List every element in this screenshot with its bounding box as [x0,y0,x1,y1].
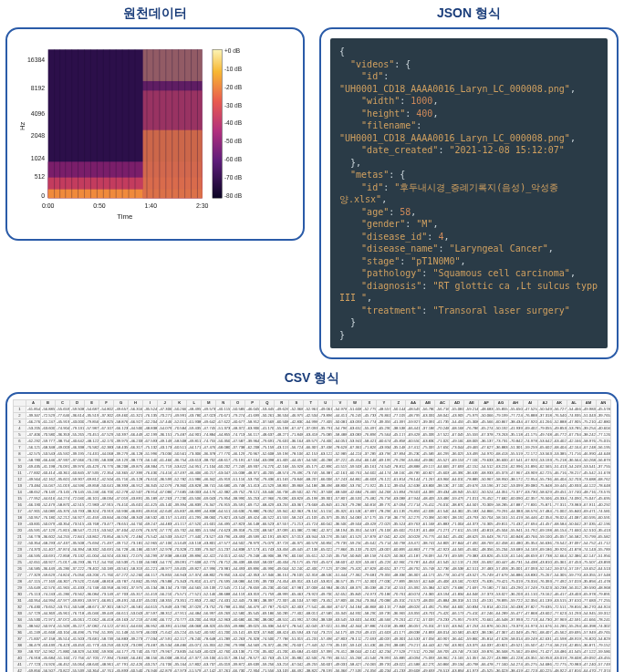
csv-scroll[interactable]: ABCDEFGHIJKLMNOPQRSTUVWXYZAAABACADAEAFAG… [13,399,611,672]
json-box-outer: { "videos": { "id": "UH0001_CD18_AAAA001… [319,27,619,359]
json-panel: JSON 형식 { "videos": { "id": "UH0001_CD18… [319,5,619,359]
svg-text:0: 0 [41,192,45,199]
csv-table: ABCDEFGHIJKLMNOPQRSTUVWXYZAAABACADAEAFAG… [13,399,611,672]
svg-text:2048: 2048 [31,132,46,139]
spectrogram-chart: 0 512 1024 2048 4096 8192 16384 Hz 0:00 … [16,38,294,230]
svg-text:8192: 8192 [31,85,46,91]
svg-text:-20 dB: -20 dB [224,84,242,90]
svg-rect-42 [213,49,222,198]
svg-text:1024: 1024 [31,155,46,161]
svg-text:-50 dB: -50 dB [224,138,242,144]
svg-text:4096: 4096 [31,110,46,117]
svg-text:-60 dB: -60 dB [224,156,242,162]
json-title: JSON 형식 [319,5,619,22]
svg-text:-70 dB: -70 dB [224,174,242,181]
source-title: 원천데이터 [5,5,305,22]
csv-box: ABCDEFGHIJKLMNOPQRSTUVWXYZAAABACADAEAFAG… [5,392,619,672]
top-row: 원천데이터 [5,5,619,359]
source-box: 0 512 1024 2048 4096 8192 16384 Hz 0:00 … [5,27,305,241]
svg-text:-30 dB: -30 dB [224,102,242,109]
svg-text:+0 dB: +0 dB [224,47,240,54]
svg-text:0:00: 0:00 [42,202,55,209]
svg-text:-10 dB: -10 dB [224,66,242,72]
ylabel: Hz [18,121,26,130]
svg-text:1:40: 1:40 [145,202,158,209]
spectrogram-svg: 0 512 1024 2048 4096 8192 16384 Hz 0:00 … [16,38,254,230]
svg-text:512: 512 [35,173,46,180]
svg-text:-80 dB: -80 dB [224,192,242,199]
csv-title: CSV 형식 [5,370,619,387]
json-code: { "videos": { "id": "UH0001_CD18_AAAA001… [330,38,608,348]
svg-text:0:50: 0:50 [93,202,106,209]
svg-text:2:30: 2:30 [196,202,209,209]
csv-panel: CSV 형식 ABCDEFGHIJKLMNOPQRSTUVWXYZAAABACA… [5,370,619,672]
xlabel: Time [117,212,132,221]
svg-text:-40 dB: -40 dB [224,119,242,126]
svg-text:16384: 16384 [27,57,45,63]
source-panel: 원천데이터 [5,5,305,359]
